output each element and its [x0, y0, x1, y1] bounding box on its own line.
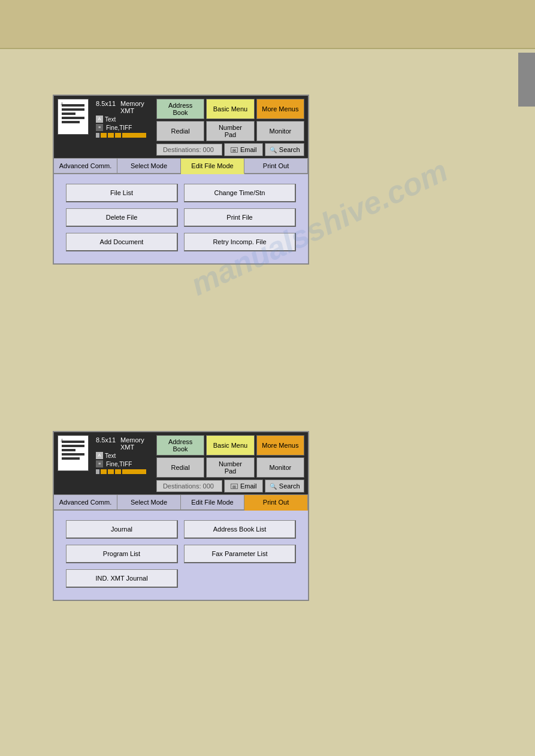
panel-content-1: File List Change Time/Stn Delete File Pr…: [54, 174, 308, 263]
number-pad-btn-2[interactable]: Number Pad: [206, 457, 254, 478]
address-book-list-btn[interactable]: Address Book List: [184, 520, 296, 539]
fax-memory-label-1: Memory XMT: [120, 100, 153, 114]
search-btn-2[interactable]: 🔍 Search: [265, 479, 304, 493]
email-btn-1[interactable]: ✉ Email: [224, 143, 264, 156]
retry-incomp-file-btn[interactable]: Retry Incomp. File: [184, 233, 296, 251]
fax-size-1: 8.5x11: [96, 100, 116, 114]
address-book-btn-1[interactable]: Address Book: [156, 99, 204, 119]
tab-edit-file-mode-1[interactable]: Edit File Mode: [181, 159, 244, 174]
fax-text-label-2: Text: [105, 453, 116, 459]
email-icon-1: ✉: [231, 147, 238, 153]
ind-xmt-journal-btn[interactable]: IND. XMT Journal: [66, 569, 178, 588]
tab-select-mode-1[interactable]: Select Mode: [117, 159, 181, 174]
fax-size-2: 8.5x11: [96, 436, 116, 451]
email-btn-2[interactable]: ✉ Email: [224, 479, 264, 493]
redial-btn-1[interactable]: Redial: [156, 121, 204, 141]
fax-parameter-list-btn[interactable]: Fax Parameter List: [184, 545, 296, 563]
panel-1: A 8.5x11 Memory XMT A Text ≡ Fine,TIFF: [53, 95, 309, 265]
number-pad-btn-1[interactable]: Number Pad: [206, 121, 254, 141]
tab-select-mode-2[interactable]: Select Mode: [117, 495, 181, 511]
tabs-row-2: Advanced Comm. Select Mode Edit File Mod…: [54, 494, 308, 511]
search-icon-1: 🔍: [270, 147, 277, 153]
tab-print-out-2[interactable]: Print Out: [244, 495, 308, 511]
program-list-btn[interactable]: Program List: [66, 545, 178, 563]
monitor-btn-1[interactable]: Monitor: [256, 121, 304, 141]
email-icon-2: ✉: [231, 484, 238, 489]
tab-print-out-1[interactable]: Print Out: [244, 159, 308, 174]
add-document-btn[interactable]: Add Document: [66, 233, 178, 251]
destinations-box-2: Destinations: 000: [156, 480, 222, 492]
journal-btn[interactable]: Journal: [66, 520, 178, 539]
file-list-btn[interactable]: File List: [66, 184, 178, 202]
basic-menu-btn-2[interactable]: Basic Menu: [206, 435, 254, 456]
panel-content-2: Journal Address Book List Program List F…: [54, 511, 308, 600]
fax-memory-label-2: Memory XMT: [120, 436, 153, 451]
redial-btn-2[interactable]: Redial: [156, 457, 204, 478]
panel-2: A 8.5x11 Memory XMT A Text ≡ Fine,TIFF: [53, 431, 309, 601]
right-accent: [518, 53, 535, 107]
delete-file-btn[interactable]: Delete File: [66, 208, 178, 227]
fax-preview-1: A: [58, 99, 89, 135]
fax-text-label-1: Text: [105, 116, 116, 123]
print-file-btn[interactable]: Print File: [184, 208, 296, 227]
fax-quality-label-1: Fine,TIFF: [106, 125, 132, 131]
more-menus-btn-1[interactable]: More Menus: [256, 99, 304, 119]
change-time-stn-btn[interactable]: Change Time/Stn: [184, 184, 296, 202]
tab-advanced-comm-2[interactable]: Advanced Comm.: [54, 495, 117, 511]
search-icon-2: 🔍: [270, 483, 277, 490]
monitor-btn-2[interactable]: Monitor: [256, 457, 304, 478]
fax-quality-label-2: Fine,TIFF: [106, 461, 132, 467]
tab-edit-file-mode-2[interactable]: Edit File Mode: [181, 495, 244, 511]
tabs-row-1: Advanced Comm. Select Mode Edit File Mod…: [54, 158, 308, 174]
more-menus-btn-2[interactable]: More Menus: [256, 435, 304, 456]
destinations-box-1: Destinations: 000: [156, 144, 222, 156]
top-bar: [0, 0, 535, 49]
basic-menu-btn-1[interactable]: Basic Menu: [206, 99, 254, 119]
search-btn-1[interactable]: 🔍 Search: [265, 143, 304, 156]
tab-advanced-comm-1[interactable]: Advanced Comm.: [54, 159, 117, 174]
address-book-btn-2[interactable]: Address Book: [156, 435, 204, 456]
fax-preview-2: A: [58, 435, 89, 471]
